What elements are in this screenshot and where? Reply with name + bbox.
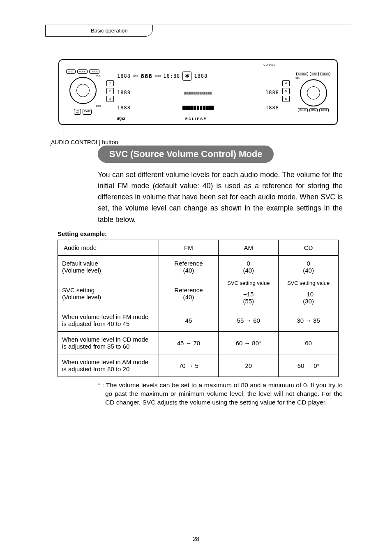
cell-text: 60 (253, 317, 260, 324)
table-row: When volume level in FM mode is adjusted… (58, 309, 339, 332)
cell-text: SVC setting (62, 287, 95, 294)
cell-a-cd: 30→35 (279, 309, 339, 332)
disp-button: DISP (310, 72, 319, 76)
cell-c-fm: 70→5 (159, 354, 219, 377)
cell-text: 30 (297, 317, 304, 324)
arrow-icon: → (184, 340, 193, 347)
cell-text: (40) (183, 267, 194, 274)
fm-am-button: FMAM (74, 109, 81, 115)
th-am: AM (219, 240, 279, 255)
row-default-label: Default value (Volume level) (58, 255, 159, 278)
cell-text: Default value (62, 260, 98, 267)
audio-control-knob (69, 77, 97, 104)
vol-label: VOL (96, 74, 102, 77)
cell-text: When volume level in FM mode (62, 313, 148, 320)
disc-button: DISC (66, 69, 75, 74)
table-row: Default value (Volume level) Reference (… (58, 255, 339, 278)
table-header-row: Audio mode FM AM CD (58, 240, 339, 255)
cell-text: (Volume level) (62, 294, 101, 300)
src-label: SRC (133, 75, 138, 77)
header-tab: Basic operation (45, 25, 153, 37)
seek-button: SEEK (321, 72, 330, 76)
spectrum-icon (133, 106, 263, 110)
seg-time: 18:88 (163, 73, 180, 79)
cell-text: (55) (243, 298, 254, 305)
table-row: SVC setting (Volume level) Reference (40… (58, 278, 339, 309)
figure-callout: [AUDIO CONTROL] button (49, 139, 118, 146)
cell-c-cd: 60→0* (279, 354, 339, 377)
cell-text: 60 (236, 340, 243, 347)
seg-right-2: 1888 (265, 90, 279, 95)
cell-text: When volume level in CD mode (62, 336, 148, 343)
cell-text: is adjusted from 35 to 60 (62, 343, 129, 350)
th-fm: FM (159, 240, 219, 255)
arrow-icon: → (242, 340, 252, 347)
mute-button: MUTE (77, 69, 88, 74)
equalizer-icon: ▥▥▥▥▥▥▥▥▥ (133, 90, 263, 95)
table-row: When volume level in AM mode is adjusted… (58, 354, 339, 377)
cell-text: +15 (243, 291, 254, 298)
cell-text: (40) (303, 267, 314, 274)
cell-text: (40) (243, 267, 254, 274)
cell-text: 0* (314, 362, 319, 369)
preset-1: 1 (106, 80, 114, 86)
footnote: * : The volume levels can be set to a ma… (98, 381, 343, 407)
cell-text: 0 (307, 260, 310, 267)
table-row: When volume level in CD mode is adjusted… (58, 332, 339, 354)
open-button: OPEN (89, 69, 99, 74)
seg-left: 1888 (117, 73, 131, 79)
cell-text: 80* (252, 340, 261, 347)
rtn-button: RTN (309, 108, 318, 112)
select-knob (300, 79, 327, 106)
arrow-icon: → (304, 317, 313, 324)
sel-label: SEL (294, 76, 300, 79)
cell-text: Reference (174, 287, 203, 294)
arrow-icon: → (186, 362, 195, 369)
row-svc-label: SVC setting (Volume level) (58, 278, 159, 309)
cell-default-cd: 0 (40) (279, 255, 339, 278)
compass-icon (182, 72, 191, 81)
seg-right-1: 1888 (194, 73, 208, 79)
arrow-icon: → (304, 362, 314, 369)
seg-left-3: 1888 (117, 105, 131, 111)
cell-text: –10 (303, 291, 314, 298)
mp3-icon: Mp3 (105, 116, 125, 121)
cell-subhead: SVC setting value (219, 280, 278, 287)
seg-left-2: 1888 (117, 90, 131, 95)
cell-text: (30) (303, 298, 314, 305)
esn-label: ESN (96, 104, 102, 107)
breadcrumb: Basic operation (91, 28, 128, 34)
callout-line (64, 120, 64, 140)
cell-c-am: 20 (219, 354, 279, 377)
cell-default-am: 0 (40) (219, 255, 279, 278)
cell-default-fm: Reference (40) (159, 255, 219, 278)
brand-label: ECLIPSE (125, 116, 267, 121)
cell-text: Reference (174, 260, 203, 267)
arrow-icon: → (244, 317, 253, 324)
sound-button: SOUND (296, 72, 309, 76)
cell-subhead: SVC setting value (279, 280, 338, 287)
cell-svc-cd: SVC setting value –10 (30) (279, 278, 339, 309)
seg-888: 888 (141, 73, 152, 79)
preset-2: 2 (106, 88, 114, 94)
cell-text: is adjusted from 40 to 45 (62, 320, 129, 327)
model-label: CD 3434 (105, 63, 291, 66)
cell-text: 35 (313, 317, 320, 324)
cell-text: 70 (193, 340, 200, 347)
svc-table: Audio mode FM AM CD Default value (Volum… (58, 240, 339, 377)
cell-b-am: 60→80* (219, 332, 279, 354)
cell-text: 70 (179, 362, 186, 369)
fast-button: FAST (319, 108, 329, 112)
am-label: AM (76, 111, 79, 114)
preset-5: 5 (282, 88, 290, 94)
cell-text: 5 (195, 362, 198, 369)
row-b-label: When volume level in CD mode is adjusted… (58, 332, 159, 354)
intro-paragraph: You can set different volume levels for … (98, 169, 343, 225)
page-number: 28 (0, 536, 392, 542)
func-button: FUNC (298, 108, 308, 112)
row-a-label: When volume level in FM mode is adjusted… (58, 309, 159, 332)
cell-b-cd: 60 (279, 332, 339, 354)
cell-text: When volume level in AM mode (62, 358, 148, 365)
cell-svc-am: SVC setting value +15 (55) (219, 278, 279, 309)
lcd-display: 1888 SRC 888 DISC 18:88 1888 1888 ▥▥▥▥▥▥… (115, 66, 281, 116)
